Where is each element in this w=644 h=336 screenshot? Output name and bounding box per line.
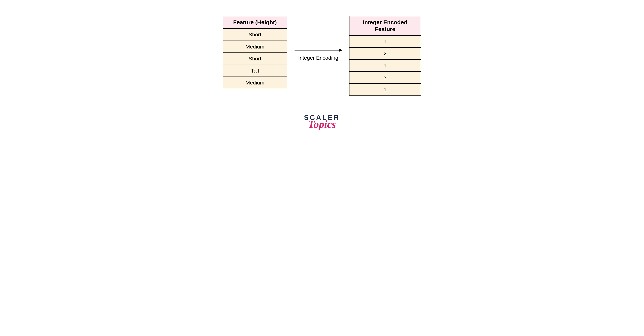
source-cell: Medium <box>223 77 287 89</box>
source-cell: Short <box>223 53 287 65</box>
svg-marker-1 <box>339 49 342 52</box>
target-cell: 1 <box>349 84 421 96</box>
source-feature-table: Feature (Height) Short Medium Short Tall… <box>223 16 287 89</box>
encoded-feature-table: Integer Encoded Feature 1 2 1 3 1 <box>349 16 421 96</box>
target-cell: 1 <box>349 36 421 48</box>
target-cell: 2 <box>349 48 421 60</box>
table-row: 3 <box>349 72 421 84</box>
target-header-cell: Integer Encoded Feature <box>349 16 421 36</box>
table-row: 1 <box>349 36 421 48</box>
table-row: Medium <box>223 41 287 53</box>
arrow-right-icon <box>294 47 343 53</box>
source-header-cell: Feature (Height) <box>223 16 287 28</box>
table-header-row: Feature (Height) <box>223 16 287 28</box>
target-cell: 1 <box>349 60 421 72</box>
table-row: Short <box>223 53 287 65</box>
encoding-arrow-group: Integer Encoding <box>294 47 343 61</box>
target-cell: 3 <box>349 72 421 84</box>
arrow-label: Integer Encoding <box>294 55 343 61</box>
table-header-row: Integer Encoded Feature <box>349 16 421 36</box>
brand-logo: SCALER Topics <box>180 114 464 130</box>
brand-line2: Topics <box>180 119 464 130</box>
table-row: 1 <box>349 60 421 72</box>
table-row: Medium <box>223 77 287 89</box>
table-row: Short <box>223 28 287 41</box>
source-cell: Tall <box>223 65 287 77</box>
diagram-canvas: Feature (Height) Short Medium Short Tall… <box>180 0 464 148</box>
table-row: 1 <box>349 84 421 96</box>
source-cell: Medium <box>223 41 287 53</box>
table-row: Tall <box>223 65 287 77</box>
table-row: 2 <box>349 48 421 60</box>
source-cell: Short <box>223 28 287 41</box>
